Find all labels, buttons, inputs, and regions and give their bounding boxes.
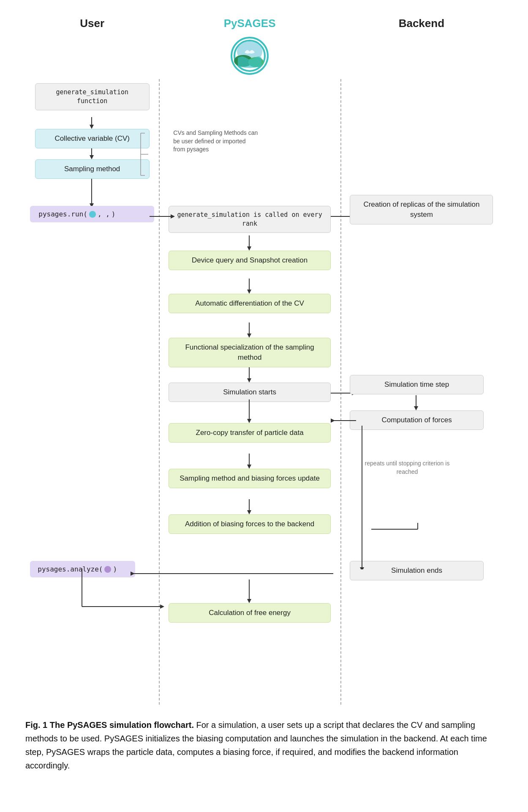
arrow-forces-to-zerocopy [331,414,359,427]
note-text: CVs and Sampling Methods can be user def… [173,129,278,154]
arrow-sampling-to-run [87,179,96,210]
loop-arrow [169,523,493,557]
svg-marker-23 [247,334,251,338]
simulation-starts-box: Simulation starts [169,383,331,402]
svg-marker-5 [90,125,94,129]
svg-marker-21 [247,290,251,294]
svg-marker-19 [247,246,251,251]
bracket-svg [140,129,178,180]
arrow-backend-down-to-simends [345,426,369,569]
svg-marker-29 [414,406,418,410]
zero-copy-box: Zero-copy transfer of particle data [169,423,331,443]
pysages-header: PySAGES [159,17,340,30]
functional-spec-box: Functional specialization of the samplin… [169,338,331,367]
svg-marker-15 [171,214,175,219]
sampling-update-box: Sampling method and biasing forces updat… [169,469,331,488]
diagram-container: User PySAGES Backend [25,17,503,772]
svg-marker-51 [160,604,164,609]
flowchart-area: generate_simulation function Collective … [25,79,503,705]
user-header: User [25,17,159,30]
arrow-analyze-to-freeenergy [245,580,253,606]
computation-forces-box: Computation of forces [350,410,483,430]
sampling-method-box: Sampling method [35,159,150,179]
caption: Fig. 1 The PySAGES simulation flowchart.… [25,718,503,772]
pysages-logo [159,37,340,75]
sim-timestep-box: Simulation time step [350,375,483,394]
svg-marker-31 [331,418,335,423]
sim-ends-box: Simulation ends [350,561,483,580]
svg-marker-25 [247,378,251,383]
auto-diff-box: Automatic differentiation of the CV [169,294,331,313]
svg-marker-47 [247,599,251,603]
svg-marker-43 [360,567,364,569]
svg-marker-35 [247,465,251,469]
arrow-run-to-called [150,210,178,223]
user-to-freeenergy-line [78,569,183,619]
svg-marker-37 [247,510,251,514]
svg-marker-7 [90,155,94,159]
called-every-rank-box: generate_simulation is called on every r… [169,206,331,233]
cv-box: Collective variable (CV) [35,129,150,148]
repeats-until-text: repeats until stopping criterion is reac… [359,459,455,476]
svg-marker-33 [247,419,251,423]
generate-simulation-box: generate_simulation function [35,83,150,110]
device-query-box: Device query and Snapshot creation [169,251,331,270]
arrow-simstarts-to-zerocopy [245,399,253,426]
pysages-run-box: pysages.run( , , ) [30,206,154,222]
backend-header: Backend [340,17,503,30]
creation-replicas-box: Creation of replicas of the simulation s… [350,195,493,224]
calc-free-energy-box: Calculation of free energy [169,603,331,623]
